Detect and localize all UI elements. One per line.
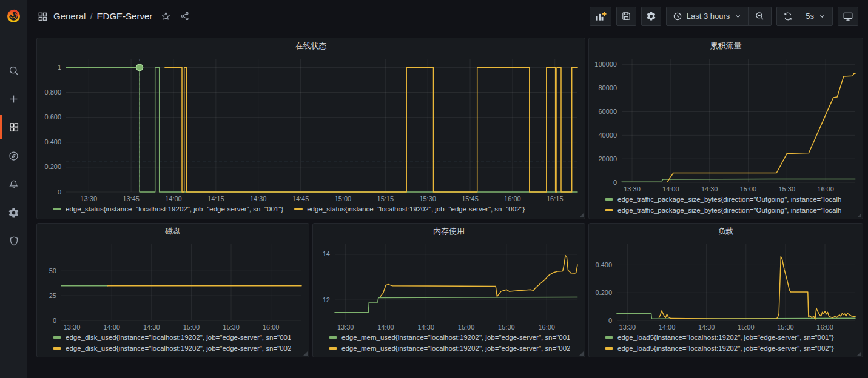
sidebar-item-configuration[interactable] xyxy=(0,201,27,225)
panel-resize-handle[interactable] xyxy=(303,351,308,356)
dashboards-grid-icon xyxy=(8,122,19,133)
svg-text:15:45: 15:45 xyxy=(462,195,479,202)
chart-load[interactable]: 13:3014:0014:3015:0015:3016:0000.2000.40… xyxy=(589,239,863,333)
svg-text:14:00: 14:00 xyxy=(659,323,676,331)
legend-memory-usage: edge_mem_used{instance="localhost:19202"… xyxy=(313,333,585,357)
add-panel-button[interactable] xyxy=(590,7,611,26)
refresh-interval-picker[interactable]: 5s xyxy=(799,7,832,25)
navbar-actions: Last 3 hours 5s xyxy=(590,7,858,26)
svg-text:16:00: 16:00 xyxy=(816,323,833,331)
chart-cumulative-traffic[interactable]: 13:3014:0014:3015:0015:3016:000200004000… xyxy=(589,54,863,194)
refresh-dashboard-button[interactable] xyxy=(777,7,799,25)
legend-series-swatch xyxy=(605,198,613,201)
chart-disk[interactable]: 13:3014:0014:3015:0015:3016:0002550 xyxy=(37,239,309,333)
panel-online-status: 在线状态13:3013:4514:0014:1514:3014:4515:001… xyxy=(36,38,585,219)
star-dashboard-button[interactable] xyxy=(161,11,171,21)
sidebar-item-server-admin[interactable] xyxy=(0,229,27,253)
legend-series-label: edge_disk_used{instance="localhost:19202… xyxy=(66,334,291,341)
legend-item[interactable]: edge_traffic_package_size_bytes{directio… xyxy=(605,196,856,203)
chart-online-status[interactable]: 13:3013:4514:0014:1514:3014:4515:0015:15… xyxy=(37,54,585,204)
svg-text:15:00: 15:00 xyxy=(458,323,475,331)
sidebar-item-search[interactable] xyxy=(0,58,27,82)
svg-text:0.400: 0.400 xyxy=(595,261,612,268)
zoom-out-time-button[interactable] xyxy=(749,7,771,25)
svg-text:0.600: 0.600 xyxy=(44,113,61,121)
sidebar-item-explore[interactable] xyxy=(0,144,27,168)
svg-text:40000: 40000 xyxy=(598,131,617,139)
legend-item[interactable]: edge_disk_used{instance="localhost:19202… xyxy=(53,345,303,352)
svg-text:13:30: 13:30 xyxy=(337,323,354,331)
sidebar-item-dashboards[interactable] xyxy=(0,115,27,139)
legend-item[interactable]: edge_disk_used{instance="localhost:19202… xyxy=(53,334,303,341)
legend-item[interactable]: edge_load5{instance="localhost:19202", j… xyxy=(605,345,856,352)
dashboard-settings-button[interactable] xyxy=(641,7,661,26)
svg-text:16:00: 16:00 xyxy=(817,185,834,193)
refresh-icon xyxy=(783,12,793,21)
svg-text:14:30: 14:30 xyxy=(418,323,435,331)
svg-text:14:30: 14:30 xyxy=(701,185,718,193)
gear-icon xyxy=(8,207,19,219)
chart-memory-usage[interactable]: 13:3014:0014:3015:0015:3016:001214 xyxy=(313,239,585,333)
svg-text:15:30: 15:30 xyxy=(223,323,240,331)
main-area: General / EDGE-Server xyxy=(27,0,868,378)
panel-resize-handle[interactable] xyxy=(579,213,584,217)
legend-item[interactable]: edge_mem_used{instance="localhost:19202"… xyxy=(329,334,579,341)
tv-cycle-view-button[interactable] xyxy=(838,7,858,26)
svg-text:15:30: 15:30 xyxy=(778,185,795,193)
panel-resize-handle[interactable] xyxy=(579,351,584,356)
svg-text:15:00: 15:00 xyxy=(183,323,200,331)
legend-series-swatch xyxy=(53,347,61,350)
sidebar-item-alerting[interactable] xyxy=(0,172,27,196)
legend-item[interactable]: edge_traffic_package_size_bytes{directio… xyxy=(605,207,856,214)
save-dashboard-button[interactable] xyxy=(616,7,636,26)
breadcrumb-separator: / xyxy=(90,11,92,21)
svg-text:13:45: 13:45 xyxy=(123,195,140,202)
legend-disk: edge_disk_used{instance="localhost:19202… xyxy=(37,333,309,357)
panel-disk: 磁盘13:3014:0014:3015:0015:3016:0002550edg… xyxy=(36,223,309,357)
legend-item[interactable]: edge_mem_used{instance="localhost:19202"… xyxy=(329,345,579,352)
search-icon xyxy=(8,65,19,76)
svg-text:13:30: 13:30 xyxy=(624,185,641,193)
svg-text:13:30: 13:30 xyxy=(64,323,81,331)
svg-text:15:30: 15:30 xyxy=(419,195,436,202)
zoom-out-icon xyxy=(755,11,765,21)
plus-icon xyxy=(8,93,19,105)
breadcrumb-folder[interactable]: General xyxy=(53,11,86,21)
chart-svg: 13:3014:0014:3015:0015:3016:001214 xyxy=(313,239,585,333)
legend-series-label: edge_status{instance="localhost:19202", … xyxy=(307,205,525,213)
breadcrumb-dashboard-title[interactable]: EDGE-Server xyxy=(97,11,153,21)
navbar: General / EDGE-Server xyxy=(27,0,868,32)
svg-text:12: 12 xyxy=(323,296,330,303)
svg-text:16:15: 16:15 xyxy=(547,195,564,202)
legend-series-label: edge_load5{instance="localhost:19202", j… xyxy=(617,334,834,341)
svg-text:13:30: 13:30 xyxy=(619,323,636,331)
panel-title-disk[interactable]: 磁盘 xyxy=(37,224,309,239)
panel-resize-handle[interactable] xyxy=(857,213,861,217)
panel-title-cumulative-traffic[interactable]: 累积流量 xyxy=(589,38,863,54)
panel-title-online-status[interactable]: 在线状态 xyxy=(37,38,585,54)
panel-title-load[interactable]: 负载 xyxy=(589,224,863,239)
time-range-picker[interactable]: Last 3 hours xyxy=(667,7,749,25)
panel-memory-usage: 内存使用13:3014:0014:3015:0015:3016:001214ed… xyxy=(312,223,585,357)
grafana-logo[interactable] xyxy=(0,0,27,31)
chart-svg: 13:3014:0014:3015:0015:3016:0002550 xyxy=(37,239,309,333)
legend-series-swatch xyxy=(53,208,61,210)
legend-item[interactable]: edge_status{instance="localhost:19202", … xyxy=(294,205,525,213)
svg-text:20000: 20000 xyxy=(598,155,617,162)
panel-resize-handle[interactable] xyxy=(857,351,861,356)
legend-series-swatch xyxy=(53,336,61,339)
sidebar-item-create[interactable] xyxy=(0,87,27,111)
bell-icon xyxy=(8,179,19,190)
share-dashboard-button[interactable] xyxy=(180,11,190,21)
panel-title-memory-usage[interactable]: 内存使用 xyxy=(313,224,585,239)
legend-online-status: edge_status{instance="localhost:19202", … xyxy=(37,204,585,219)
legend-item[interactable]: edge_status{instance="localhost:19202", … xyxy=(53,205,283,213)
svg-text:15:00: 15:00 xyxy=(738,323,755,331)
legend-cumulative-traffic: edge_traffic_package_size_bytes{directio… xyxy=(589,194,863,219)
sidebar-menu xyxy=(0,58,27,253)
svg-text:14:00: 14:00 xyxy=(662,185,679,193)
svg-text:14:30: 14:30 xyxy=(250,195,267,202)
legend-item[interactable]: edge_load5{instance="localhost:19202", j… xyxy=(605,334,856,341)
svg-text:0.400: 0.400 xyxy=(44,138,61,145)
sidebar xyxy=(0,0,27,378)
